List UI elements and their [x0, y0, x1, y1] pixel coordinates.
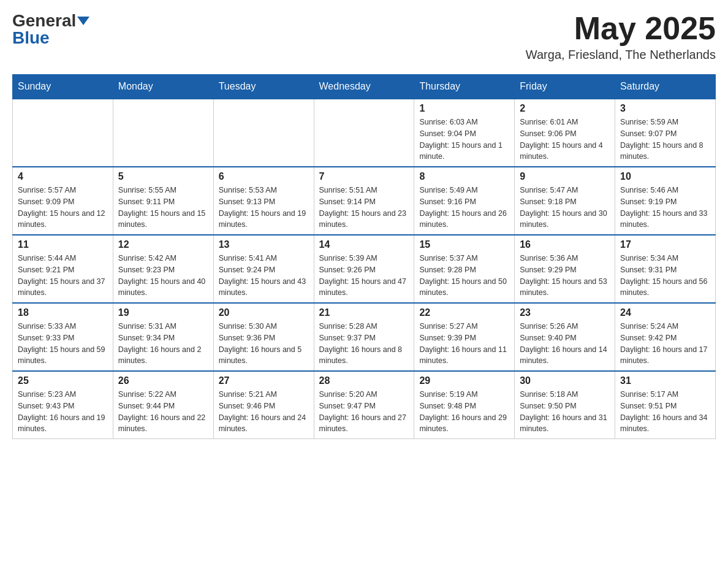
logo-blue-text: Blue [12, 29, 50, 47]
day-info: Sunrise: 5:41 AMSunset: 9:24 PMDaylight:… [219, 253, 309, 299]
day-info: Sunrise: 5:27 AMSunset: 9:39 PMDaylight:… [419, 321, 509, 367]
day-number: 31 [620, 375, 710, 386]
day-info: Sunrise: 6:03 AMSunset: 9:04 PMDaylight:… [419, 117, 509, 163]
day-number: 28 [319, 375, 409, 386]
calendar-cell [314, 99, 414, 167]
day-info: Sunrise: 6:01 AMSunset: 9:06 PMDaylight:… [520, 117, 610, 163]
calendar-cell: 27Sunrise: 5:21 AMSunset: 9:46 PMDayligh… [213, 371, 314, 439]
day-info: Sunrise: 5:18 AMSunset: 9:50 PMDaylight:… [520, 389, 610, 435]
calendar-cell: 6Sunrise: 5:53 AMSunset: 9:13 PMDaylight… [213, 167, 314, 235]
day-info: Sunrise: 5:28 AMSunset: 9:37 PMDaylight:… [319, 321, 409, 367]
day-number: 16 [520, 239, 610, 250]
column-header-monday: Monday [113, 75, 213, 99]
calendar-cell: 4Sunrise: 5:57 AMSunset: 9:09 PMDaylight… [13, 167, 113, 235]
day-number: 13 [219, 239, 309, 250]
calendar-cell: 1Sunrise: 6:03 AMSunset: 9:04 PMDaylight… [414, 99, 515, 167]
day-number: 5 [118, 171, 208, 182]
calendar-cell: 13Sunrise: 5:41 AMSunset: 9:24 PMDayligh… [213, 235, 314, 303]
day-number: 25 [18, 375, 108, 386]
day-info: Sunrise: 5:39 AMSunset: 9:26 PMDaylight:… [319, 253, 409, 299]
calendar-week-3: 11Sunrise: 5:44 AMSunset: 9:21 PMDayligh… [13, 235, 716, 303]
day-info: Sunrise: 5:26 AMSunset: 9:40 PMDaylight:… [520, 321, 610, 367]
calendar-week-5: 25Sunrise: 5:23 AMSunset: 9:43 PMDayligh… [13, 371, 716, 439]
column-header-thursday: Thursday [414, 75, 515, 99]
calendar-cell: 7Sunrise: 5:51 AMSunset: 9:14 PMDaylight… [314, 167, 414, 235]
day-info: Sunrise: 5:34 AMSunset: 9:31 PMDaylight:… [620, 253, 710, 299]
calendar-week-4: 18Sunrise: 5:33 AMSunset: 9:33 PMDayligh… [13, 303, 716, 371]
calendar-cell: 11Sunrise: 5:44 AMSunset: 9:21 PMDayligh… [13, 235, 113, 303]
day-number: 21 [319, 307, 409, 318]
column-header-friday: Friday [515, 75, 615, 99]
column-header-sunday: Sunday [13, 75, 113, 99]
day-info: Sunrise: 5:44 AMSunset: 9:21 PMDaylight:… [18, 253, 108, 299]
day-number: 27 [219, 375, 309, 386]
calendar-week-1: 1Sunrise: 6:03 AMSunset: 9:04 PMDaylight… [13, 99, 716, 167]
day-number: 20 [219, 307, 309, 318]
calendar-table: SundayMondayTuesdayWednesdayThursdayFrid… [12, 74, 716, 439]
calendar-cell: 19Sunrise: 5:31 AMSunset: 9:34 PMDayligh… [113, 303, 213, 371]
calendar-cell: 25Sunrise: 5:23 AMSunset: 9:43 PMDayligh… [13, 371, 113, 439]
logo-triangle-icon [77, 17, 89, 25]
logo: General Blue [12, 12, 89, 47]
calendar-cell: 31Sunrise: 5:17 AMSunset: 9:51 PMDayligh… [615, 371, 716, 439]
calendar-cell: 21Sunrise: 5:28 AMSunset: 9:37 PMDayligh… [314, 303, 414, 371]
day-info: Sunrise: 5:19 AMSunset: 9:48 PMDaylight:… [419, 389, 509, 435]
day-info: Sunrise: 5:17 AMSunset: 9:51 PMDaylight:… [620, 389, 710, 435]
day-info: Sunrise: 5:51 AMSunset: 9:14 PMDaylight:… [319, 185, 409, 231]
day-info: Sunrise: 5:23 AMSunset: 9:43 PMDaylight:… [18, 389, 108, 435]
day-number: 8 [419, 171, 509, 182]
day-info: Sunrise: 5:36 AMSunset: 9:29 PMDaylight:… [520, 253, 610, 299]
title-block: May 2025 Warga, Friesland, The Netherlan… [526, 12, 716, 62]
day-info: Sunrise: 5:22 AMSunset: 9:44 PMDaylight:… [118, 389, 208, 435]
day-number: 26 [118, 375, 208, 386]
calendar-cell: 23Sunrise: 5:26 AMSunset: 9:40 PMDayligh… [515, 303, 615, 371]
column-header-tuesday: Tuesday [213, 75, 314, 99]
day-number: 12 [118, 239, 208, 250]
day-info: Sunrise: 5:49 AMSunset: 9:16 PMDaylight:… [419, 185, 509, 231]
day-number: 1 [419, 103, 509, 114]
calendar-cell: 28Sunrise: 5:20 AMSunset: 9:47 PMDayligh… [314, 371, 414, 439]
day-number: 6 [219, 171, 309, 182]
calendar-header-row: SundayMondayTuesdayWednesdayThursdayFrid… [13, 75, 716, 99]
day-number: 18 [18, 307, 108, 318]
day-number: 30 [520, 375, 610, 386]
day-number: 11 [18, 239, 108, 250]
day-number: 29 [419, 375, 509, 386]
day-number: 3 [620, 103, 710, 114]
column-header-saturday: Saturday [615, 75, 716, 99]
day-info: Sunrise: 5:57 AMSunset: 9:09 PMDaylight:… [18, 185, 108, 231]
calendar-cell: 17Sunrise: 5:34 AMSunset: 9:31 PMDayligh… [615, 235, 716, 303]
day-info: Sunrise: 5:30 AMSunset: 9:36 PMDaylight:… [219, 321, 309, 367]
day-info: Sunrise: 5:42 AMSunset: 9:23 PMDaylight:… [118, 253, 208, 299]
calendar-cell [213, 99, 314, 167]
calendar-cell: 24Sunrise: 5:24 AMSunset: 9:42 PMDayligh… [615, 303, 716, 371]
calendar-cell: 20Sunrise: 5:30 AMSunset: 9:36 PMDayligh… [213, 303, 314, 371]
day-info: Sunrise: 5:33 AMSunset: 9:33 PMDaylight:… [18, 321, 108, 367]
day-info: Sunrise: 5:59 AMSunset: 9:07 PMDaylight:… [620, 117, 710, 163]
day-info: Sunrise: 5:21 AMSunset: 9:46 PMDaylight:… [219, 389, 309, 435]
location-subtitle: Warga, Friesland, The Netherlands [526, 48, 716, 62]
day-number: 4 [18, 171, 108, 182]
calendar-cell: 16Sunrise: 5:36 AMSunset: 9:29 PMDayligh… [515, 235, 615, 303]
calendar-cell: 29Sunrise: 5:19 AMSunset: 9:48 PMDayligh… [414, 371, 515, 439]
calendar-cell: 10Sunrise: 5:46 AMSunset: 9:19 PMDayligh… [615, 167, 716, 235]
day-number: 15 [419, 239, 509, 250]
calendar-cell: 12Sunrise: 5:42 AMSunset: 9:23 PMDayligh… [113, 235, 213, 303]
day-info: Sunrise: 5:46 AMSunset: 9:19 PMDaylight:… [620, 185, 710, 231]
calendar-cell [113, 99, 213, 167]
day-info: Sunrise: 5:20 AMSunset: 9:47 PMDaylight:… [319, 389, 409, 435]
day-number: 9 [520, 171, 610, 182]
logo-general-text: General [12, 12, 76, 29]
calendar-cell: 5Sunrise: 5:55 AMSunset: 9:11 PMDaylight… [113, 167, 213, 235]
column-header-wednesday: Wednesday [314, 75, 414, 99]
day-number: 7 [319, 171, 409, 182]
day-info: Sunrise: 5:37 AMSunset: 9:28 PMDaylight:… [419, 253, 509, 299]
calendar-cell: 3Sunrise: 5:59 AMSunset: 9:07 PMDaylight… [615, 99, 716, 167]
day-info: Sunrise: 5:47 AMSunset: 9:18 PMDaylight:… [520, 185, 610, 231]
day-info: Sunrise: 5:53 AMSunset: 9:13 PMDaylight:… [219, 185, 309, 231]
day-number: 14 [319, 239, 409, 250]
day-number: 22 [419, 307, 509, 318]
day-info: Sunrise: 5:24 AMSunset: 9:42 PMDaylight:… [620, 321, 710, 367]
calendar-cell: 8Sunrise: 5:49 AMSunset: 9:16 PMDaylight… [414, 167, 515, 235]
day-number: 19 [118, 307, 208, 318]
